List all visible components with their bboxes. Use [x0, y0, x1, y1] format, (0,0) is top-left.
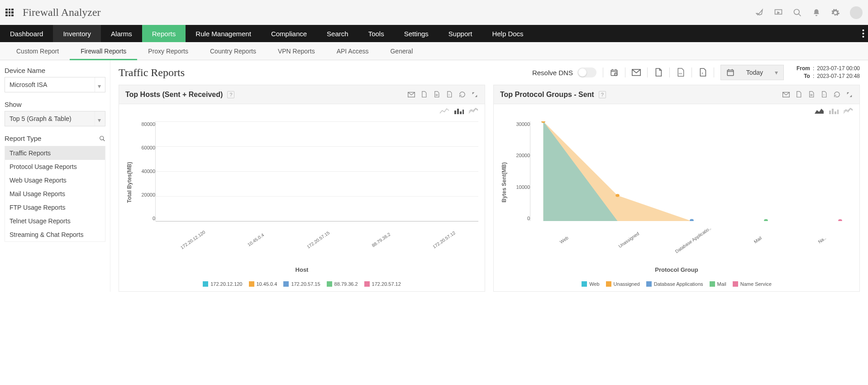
- area-chart-icon[interactable]: [468, 108, 478, 115]
- legend-item[interactable]: Name Service: [733, 281, 772, 287]
- svg-point-1: [794, 9, 800, 14]
- legend-item[interactable]: Database Applications: [646, 281, 703, 287]
- nav-search[interactable]: Search: [317, 25, 358, 42]
- gear-icon[interactable]: [831, 8, 840, 17]
- nav-rule-management[interactable]: Rule Management: [186, 25, 261, 42]
- report-item-traffic[interactable]: Traffic Reports: [5, 146, 105, 160]
- subnav-api-access[interactable]: API Access: [326, 42, 380, 60]
- expand-icon[interactable]: [846, 91, 853, 98]
- chart-legend: WebUnassignedDatabase ApplicationsMailNa…: [500, 281, 853, 287]
- legend-item[interactable]: 172.20.57.15: [283, 281, 320, 287]
- area-chart: Bytes Sent(MB) 30000 20000 10000 0: [500, 121, 853, 244]
- y-ticks: 80000 60000 40000 20000 0: [134, 121, 155, 244]
- multi-area-chart-icon[interactable]: [843, 108, 853, 115]
- legend-item[interactable]: 172.20.57.12: [364, 281, 401, 287]
- pdf-icon[interactable]: [420, 91, 428, 98]
- csv-icon[interactable]: [433, 91, 440, 98]
- expand-icon[interactable]: [471, 91, 478, 98]
- report-type-search-icon[interactable]: [99, 135, 105, 142]
- nav-reports[interactable]: Reports: [142, 25, 186, 42]
- card-title: Top Hosts (Sent + Received): [125, 91, 223, 99]
- subnav-vpn-reports[interactable]: VPN Reports: [267, 42, 326, 60]
- avatar[interactable]: [850, 6, 863, 19]
- area-category-label: Mail: [730, 219, 786, 260]
- nav-help-docs[interactable]: Help Docs: [482, 25, 533, 42]
- bell-icon[interactable]: [812, 8, 821, 17]
- nav-dashboard[interactable]: Dashboard: [0, 25, 53, 42]
- nav-tools[interactable]: Tools: [358, 25, 394, 42]
- area-category-label: Unassigned: [601, 219, 656, 260]
- area-category-label: Na..: [794, 219, 850, 260]
- svg-text:x: x: [448, 94, 450, 96]
- subnav-firewall-reports[interactable]: Firewall Reports: [70, 42, 137, 60]
- bar-category-label: 172.20.57.15: [300, 226, 337, 254]
- mail-icon[interactable]: [782, 91, 790, 98]
- subnav-proxy-reports[interactable]: Proxy Reports: [137, 42, 199, 60]
- legend-item[interactable]: 88.79.36.2: [327, 281, 358, 287]
- help-icon[interactable]: ?: [599, 91, 606, 98]
- x-axis-label: Protocol Group: [500, 266, 853, 273]
- show-select[interactable]: Top 5 (Graph & Table) ▾: [5, 111, 105, 126]
- apps-grid-icon[interactable]: [5, 9, 14, 17]
- report-item-web[interactable]: Web Usage Reports: [5, 173, 105, 187]
- device-name-select[interactable]: Microsoft ISA ▾: [5, 77, 105, 92]
- legend-item[interactable]: Unassigned: [606, 281, 640, 287]
- main-panel: Traffic Reports Resolve DNS: [110, 60, 868, 292]
- xls-icon[interactable]: x: [820, 91, 828, 98]
- nav-inventory[interactable]: Inventory: [53, 25, 101, 42]
- presentation-icon[interactable]: [774, 8, 783, 17]
- xls-icon[interactable]: x: [446, 91, 453, 98]
- csv-icon[interactable]: [808, 91, 815, 98]
- legend-item[interactable]: 10.45.0.4: [249, 281, 277, 287]
- report-item-ftp[interactable]: FTP Usage Reports: [5, 201, 105, 214]
- legend-item[interactable]: Web: [582, 281, 599, 287]
- rocket-icon[interactable]: [755, 8, 764, 17]
- refresh-icon[interactable]: [458, 91, 466, 98]
- nav-compliance[interactable]: Compliance: [261, 25, 317, 42]
- bar-category-label: 172.20.57.12: [426, 226, 462, 254]
- bar-chart-icon[interactable]: [829, 108, 839, 115]
- help-icon[interactable]: ?: [227, 91, 234, 98]
- xls-icon[interactable]: x: [698, 68, 707, 77]
- nav-alarms[interactable]: Alarms: [101, 25, 142, 42]
- report-item-protocol[interactable]: Protocol Usage Reports: [5, 160, 105, 173]
- legend-item[interactable]: Mail: [710, 281, 726, 287]
- mail-icon[interactable]: [408, 91, 415, 98]
- refresh-icon[interactable]: [833, 91, 840, 98]
- more-vert-icon[interactable]: [862, 25, 864, 42]
- resolve-dns-toggle[interactable]: [577, 67, 596, 77]
- report-item-streaming[interactable]: Streaming & Chat Reports: [5, 228, 105, 241]
- svg-point-28: [764, 219, 768, 221]
- show-value: Top 5 (Graph & Table): [10, 115, 72, 122]
- report-item-telnet[interactable]: Telnet Usage Reports: [5, 214, 105, 228]
- svg-point-5: [100, 136, 104, 140]
- search-icon[interactable]: [793, 8, 802, 17]
- topbar: Firewall Analyzer: [0, 0, 868, 25]
- area-category-label: Database Applicatio..: [665, 219, 721, 260]
- csv-icon[interactable]: csv: [676, 68, 685, 77]
- bar-category-label: 172.20.12.120: [175, 226, 211, 254]
- date-range-display: From:2023-07-17 00:00 To:2023-07-17 20:4…: [790, 65, 860, 80]
- line-chart-icon[interactable]: [439, 108, 449, 115]
- nav-support[interactable]: Support: [439, 25, 482, 42]
- nav-settings[interactable]: Settings: [394, 25, 439, 42]
- schedule-icon[interactable]: [610, 68, 619, 77]
- report-item-mail[interactable]: Mail Usage Reports: [5, 187, 105, 201]
- page-title: Traffic Reports: [119, 67, 185, 79]
- mail-icon[interactable]: [632, 68, 641, 77]
- svg-point-25: [541, 121, 545, 123]
- bar-chart-icon[interactable]: [454, 108, 464, 115]
- date-range-select[interactable]: Today ▾: [720, 65, 784, 80]
- svg-point-2: [863, 29, 864, 31]
- subnav-country-reports[interactable]: Country Reports: [199, 42, 267, 60]
- area-category-label: Web: [536, 219, 592, 260]
- svg-point-26: [615, 194, 620, 197]
- card-top-protocol-groups: Top Protocol Groups - Sent ? x: [493, 85, 860, 292]
- pdf-icon[interactable]: [654, 68, 663, 77]
- legend-item[interactable]: 172.20.12.120: [203, 281, 242, 287]
- subnav-general[interactable]: General: [379, 42, 424, 60]
- subnav-custom-report[interactable]: Custom Report: [5, 42, 70, 60]
- pdf-icon[interactable]: [795, 91, 802, 98]
- area-chart-icon[interactable]: [814, 108, 824, 115]
- svg-text:csv: csv: [679, 72, 682, 75]
